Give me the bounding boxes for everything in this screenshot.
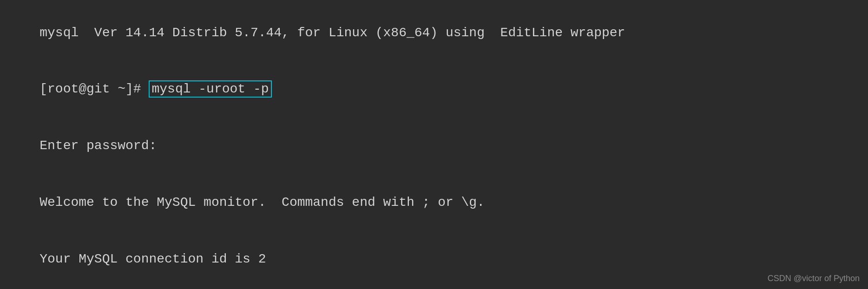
- shell-prompt: [root@git ~]#: [39, 82, 149, 96]
- watermark: CSDN @victor of Python: [768, 274, 860, 283]
- line-enter-password: Enter password:: [8, 118, 860, 175]
- terminal-window: mysql Ver 14.14 Distrib 5.7.44, for Linu…: [0, 0, 868, 289]
- connection-id-text: Your MySQL connection id is 2: [39, 252, 266, 266]
- line-connection-id: Your MySQL connection id is 2: [8, 231, 860, 288]
- version-text: mysql Ver 14.14 Distrib 5.7.44, for Linu…: [39, 26, 625, 40]
- line-welcome: Welcome to the MySQL monitor. Commands e…: [8, 174, 860, 231]
- line-version: mysql Ver 14.14 Distrib 5.7.44, for Linu…: [8, 5, 860, 61]
- enter-password-text: Enter password:: [39, 138, 157, 153]
- welcome-text: Welcome to the MySQL monitor. Commands e…: [39, 195, 485, 210]
- command-text: mysql -uroot -p: [149, 80, 271, 98]
- line-command: [root@git ~]# mysql -uroot -p: [8, 61, 860, 118]
